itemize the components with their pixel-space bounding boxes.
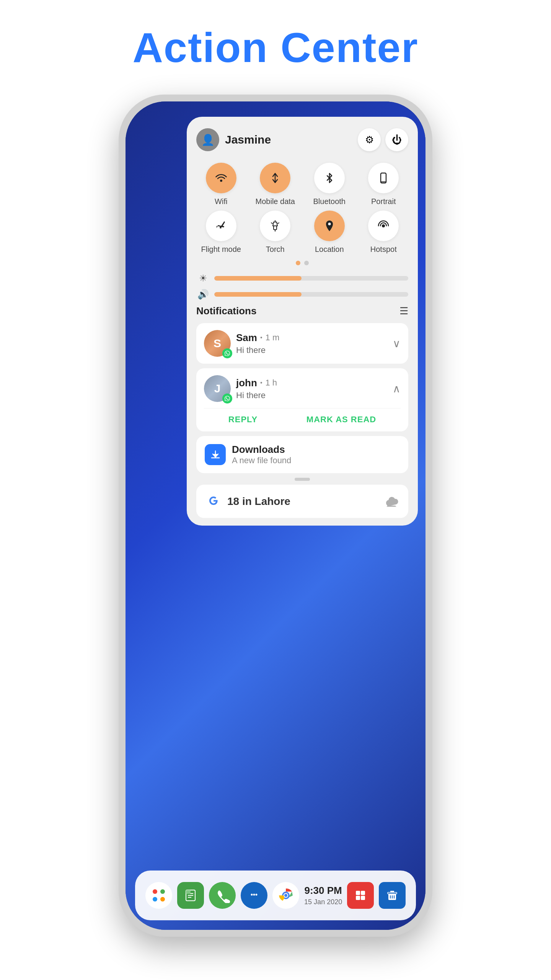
john-notification-content: john • 1 h Hi there <box>236 377 387 400</box>
flight-mode-label: Flight mode <box>201 245 241 254</box>
toggle-mobile-data: Mobile data <box>251 163 300 206</box>
dock-files[interactable] <box>177 882 204 909</box>
toggle-flight-mode: Flight mode <box>196 211 246 254</box>
notifications-title: Notifications <box>196 305 256 317</box>
avatar-icon: 👤 <box>201 134 215 146</box>
downloads-content: Downloads A new file found <box>232 444 291 466</box>
dock-chrome[interactable] <box>272 882 299 909</box>
settings-icon: ⚙ <box>365 134 374 146</box>
volume-icon: 🔊 <box>196 289 210 300</box>
notification-sam: S Sam • 1 m <box>196 323 408 364</box>
toggle-portrait: Portrait <box>359 163 409 206</box>
page-title: Action Center <box>132 23 418 72</box>
toggle-bluetooth: Bluetooth <box>305 163 354 206</box>
sam-expand-chevron[interactable]: ∨ <box>393 337 401 350</box>
weather-condition-icon <box>384 492 400 510</box>
portrait-toggle-button[interactable] <box>368 163 399 193</box>
downloads-title: Downloads <box>232 444 291 456</box>
svg-rect-30 <box>356 896 360 900</box>
files-icon <box>177 882 204 909</box>
action-center-panel: 👤 Jasmine ⚙ ⏻ <box>187 117 418 526</box>
svg-point-7 <box>328 223 331 225</box>
wifi-label: Wifi <box>215 197 227 206</box>
downloads-subtitle: A new file found <box>232 456 291 466</box>
clock-date: 15 Jan 2020 <box>304 898 342 906</box>
toggle-grid: Wifi Mobile data <box>196 163 408 254</box>
wifi-toggle-button[interactable] <box>206 163 236 193</box>
weather-card: 18 in Lahore <box>196 485 408 518</box>
power-icon: ⏻ <box>392 134 402 146</box>
brightness-slider-fill <box>214 276 302 281</box>
sam-name: Sam <box>236 332 257 344</box>
power-button[interactable]: ⏻ <box>385 128 408 151</box>
notifications-menu-icon[interactable]: ☰ <box>399 305 408 317</box>
sam-name-row: Sam • 1 m <box>236 332 387 344</box>
hotspot-toggle-button[interactable] <box>368 211 399 241</box>
portrait-label: Portrait <box>371 197 396 206</box>
volume-slider-track[interactable] <box>214 292 408 297</box>
weather-left: 18 in Lahore <box>205 493 290 510</box>
settings-button[interactable]: ⚙ <box>358 128 381 151</box>
location-toggle-button[interactable] <box>314 211 345 241</box>
dock-phone[interactable] <box>209 882 236 909</box>
svg-point-8 <box>382 224 385 227</box>
dock: 9:30 PM 15 Jan 2020 <box>135 871 416 920</box>
torch-toggle-button[interactable] <box>260 211 290 241</box>
svg-point-9 <box>153 889 157 894</box>
sam-avatar-letter: S <box>214 337 221 350</box>
hotspot-label: Hotspot <box>370 245 397 254</box>
sam-avatar: S <box>204 330 231 357</box>
svg-rect-33 <box>388 892 397 894</box>
svg-point-27 <box>284 894 287 897</box>
john-dot: • <box>260 379 262 386</box>
clock-time: 9:30 PM <box>305 885 342 897</box>
dock-time: 9:30 PM 15 Jan 2020 <box>304 885 342 906</box>
toggle-hotspot: Hotspot <box>359 211 409 254</box>
sam-dot: • <box>260 334 262 341</box>
trash-icon <box>379 882 406 909</box>
john-whatsapp-badge <box>222 394 232 403</box>
notification-john: J john • 1 h <box>196 368 408 431</box>
dock-launcher[interactable] <box>145 882 172 909</box>
dock-multitask[interactable] <box>347 882 374 909</box>
john-avatar: J <box>204 375 231 402</box>
phone-screen: 👤 Jasmine ⚙ ⏻ <box>126 101 425 930</box>
volume-slider-fill <box>214 292 302 297</box>
sam-notification-content: Sam • 1 m Hi there <box>236 332 387 355</box>
svg-point-11 <box>153 897 157 902</box>
notification-john-row: J john • 1 h <box>204 375 401 402</box>
flight-mode-toggle-button[interactable] <box>206 211 236 241</box>
launcher-icon <box>145 882 172 909</box>
notifications-header: Notifications ☰ <box>196 305 408 317</box>
username-label: Jasmine <box>225 133 353 146</box>
mark-as-read-button[interactable]: MARK AS READ <box>306 415 376 425</box>
dot-2 <box>304 261 309 265</box>
svg-point-21 <box>251 894 253 896</box>
svg-point-22 <box>253 894 255 896</box>
john-collapse-chevron[interactable]: ∧ <box>393 382 401 395</box>
multitask-icon <box>347 882 374 909</box>
john-time: 1 h <box>265 378 277 388</box>
svg-rect-31 <box>361 896 365 900</box>
reply-button[interactable]: REPLY <box>228 415 258 425</box>
pagination-dots <box>196 261 408 265</box>
weather-info: 18 in Lahore <box>227 495 290 508</box>
dot-1 <box>296 261 300 265</box>
user-avatar[interactable]: 👤 <box>196 128 219 151</box>
dock-trash[interactable] <box>379 882 406 909</box>
scroll-dot <box>295 478 310 481</box>
svg-rect-28 <box>356 891 360 895</box>
sam-time: 1 m <box>266 333 280 343</box>
phone-frame: 👤 Jasmine ⚙ ⏻ <box>119 95 432 937</box>
toggle-torch: Torch <box>251 211 300 254</box>
brightness-slider-track[interactable] <box>214 276 408 281</box>
svg-rect-19 <box>186 890 191 894</box>
john-name-row: john • 1 h <box>236 377 387 389</box>
svg-point-10 <box>160 889 165 894</box>
dock-messages[interactable] <box>241 882 267 909</box>
bluetooth-toggle-button[interactable] <box>314 163 345 193</box>
mobile-data-toggle-button[interactable] <box>260 163 290 193</box>
svg-line-5 <box>271 223 272 224</box>
john-avatar-letter: J <box>214 382 221 395</box>
volume-slider-row: 🔊 <box>196 289 408 300</box>
